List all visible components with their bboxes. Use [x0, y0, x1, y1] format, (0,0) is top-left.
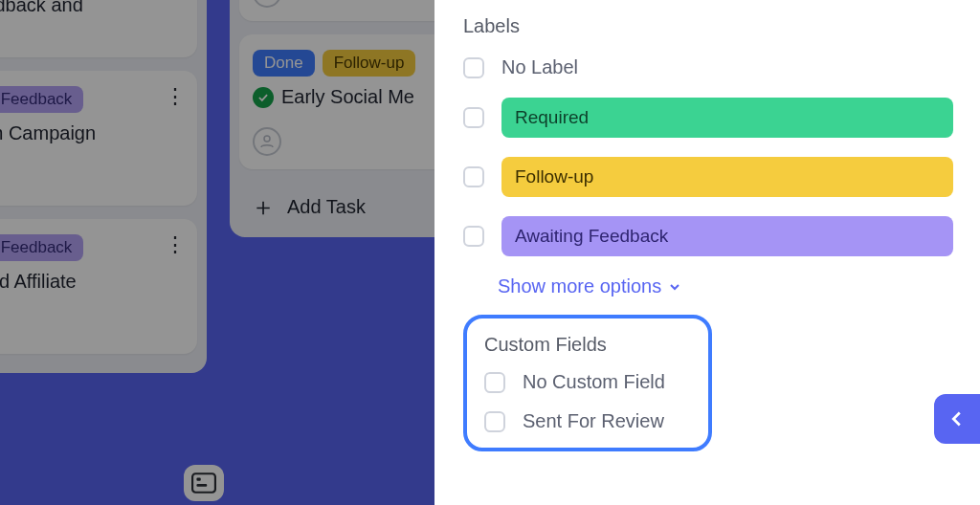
- label-chip: Awaiting Feedback: [0, 234, 83, 261]
- card-menu-icon[interactable]: ⋮: [165, 232, 188, 257]
- filter-option-no-label[interactable]: No Label: [463, 56, 953, 78]
- task-title: Feedback and ls: [0, 0, 184, 44]
- label-pill: Awaiting Feedback: [501, 216, 953, 256]
- svg-rect-5: [196, 484, 207, 487]
- option-label: No Custom Field: [523, 371, 665, 393]
- custom-fields-section: Custom Fields No Custom Field Sent For R…: [463, 315, 712, 451]
- label-chip: Awaiting Feedback: [0, 86, 83, 113]
- plus-icon: ＋: [251, 201, 276, 213]
- filter-option-sent-for-review[interactable]: Sent For Review: [484, 410, 691, 432]
- show-more-label: Show more options: [498, 275, 661, 297]
- add-task-label: Add Task: [287, 196, 366, 218]
- task-card[interactable]: Feedback and ls: [0, 0, 197, 57]
- complete-check-icon: [253, 87, 274, 108]
- checkbox[interactable]: [463, 226, 484, 247]
- option-label: No Label: [501, 56, 578, 78]
- svg-rect-4: [192, 473, 215, 493]
- filter-panel: Labels No Label Required Follow-up Await…: [434, 0, 980, 505]
- task-title: unch Campaign: [0, 121, 184, 146]
- svg-point-3: [264, 136, 270, 142]
- task-title: Early Social Me: [281, 84, 414, 110]
- assignee-avatar-icon[interactable]: [253, 0, 281, 8]
- task-card[interactable]: ⋮ Awaiting Feedback unch Campaign: [0, 71, 197, 206]
- chevron-left-icon: [947, 408, 968, 429]
- task-card[interactable]: ⋮ Awaiting Feedback o and Affiliate: [0, 219, 197, 354]
- chevron-down-icon: [667, 279, 682, 295]
- kanban-column: Feedback and ls ⋮ Awaiting Feedback unch…: [0, 0, 207, 505]
- label-pill: Follow-up: [501, 157, 953, 197]
- card-view-toggle[interactable]: [184, 465, 224, 501]
- labels-section-title: Labels: [463, 15, 953, 37]
- show-more-options[interactable]: Show more options: [498, 275, 953, 297]
- checkbox[interactable]: [463, 166, 484, 187]
- label-pill: Required: [501, 98, 953, 138]
- filter-option-required[interactable]: Required: [463, 98, 953, 138]
- checkbox[interactable]: [484, 411, 505, 432]
- checkbox[interactable]: [484, 372, 505, 393]
- filter-option-no-custom-field[interactable]: No Custom Field: [484, 371, 691, 393]
- checkbox[interactable]: [463, 107, 484, 128]
- assignee-avatar-icon[interactable]: [253, 127, 281, 156]
- task-title: o and Affiliate: [0, 269, 184, 295]
- card-menu-icon[interactable]: ⋮: [165, 84, 188, 109]
- panel-collapse-tab[interactable]: [934, 394, 980, 444]
- card-icon: [191, 472, 216, 494]
- filter-option-awaiting[interactable]: Awaiting Feedback: [463, 216, 953, 256]
- checkbox[interactable]: [463, 57, 484, 78]
- option-label: Sent For Review: [523, 410, 664, 432]
- app-viewport: Feedback and ls ⋮ Awaiting Feedback unch…: [0, 0, 980, 505]
- custom-fields-title: Custom Fields: [484, 334, 691, 356]
- svg-rect-6: [196, 478, 200, 481]
- label-chip: Follow-up: [323, 50, 416, 77]
- filter-option-followup[interactable]: Follow-up: [463, 157, 953, 197]
- label-chip: Done: [253, 50, 315, 77]
